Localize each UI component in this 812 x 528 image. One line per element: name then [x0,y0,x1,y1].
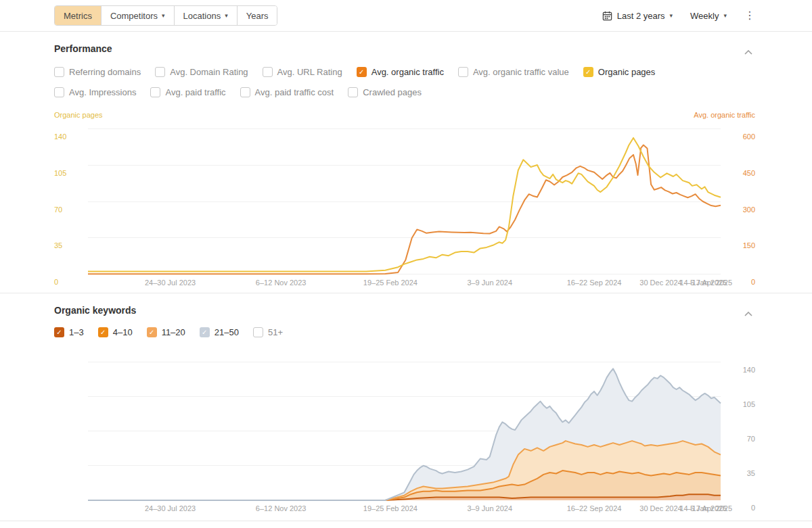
axis-tick-label: 0 [54,278,58,286]
checkbox-checked-icon[interactable]: ✓ [583,67,593,77]
analytics-dashboard: MetricsCompetitors▾Locations▾Years Last … [0,0,812,528]
checkbox-label: 21–50 [215,327,239,337]
checkbox-label: Crawled pages [363,87,422,97]
date-range-selector[interactable]: Last 2 years ▾ [602,11,673,21]
line-avg-organic-traffic [88,145,721,274]
x-axis-tick-label: 19–25 Feb 2024 [363,504,418,512]
checkbox-label: Avg. organic traffic [371,67,444,77]
axis-tick-label: 105 [743,400,755,408]
chevron-down-icon: ▾ [723,12,727,19]
checkbox-label: Avg. Impressions [69,87,136,97]
x-axis-tick-label: 16–22 Sep 2024 [567,279,622,287]
checkbox-label: 51+ [268,327,283,337]
divider [0,521,812,521]
checkbox-label: Organic pages [598,67,656,77]
axis-tick-label: 35 [747,469,755,477]
performance-metric-filters-row2: Avg. ImpressionsAvg. paid trafficAvg. pa… [54,87,422,97]
tab-years[interactable]: Years [237,6,277,25]
checkbox-checked-icon[interactable]: ✓ [200,327,210,337]
axis-tick-label: 35 [54,241,62,249]
left-axis-title: Organic pages [54,111,103,119]
performance-chart[interactable] [88,128,721,274]
x-axis-tick-label: 24–30 Jul 2023 [145,279,196,287]
axis-tick-label: 600 [743,133,755,141]
checkbox-checked-icon[interactable]: ✓ [357,67,367,77]
checkbox-label: Referring domains [69,67,141,77]
axis-tick-label: 450 [743,169,755,177]
checkbox-unchecked-icon[interactable] [348,87,358,97]
organic-keywords-chart[interactable] [88,362,721,500]
checkbox-label: Avg. paid traffic cost [255,87,334,97]
checkbox-checked-icon[interactable]: ✓ [147,327,157,337]
x-axis-tick-label: 3–9 Jun 2024 [467,279,512,287]
metric-toggle-avg-organic-traffic-value[interactable]: Avg. organic traffic value [458,67,569,77]
checkbox-label: Avg. organic traffic value [473,67,569,77]
position-filter-1-3[interactable]: ✓1–3 [54,327,84,337]
checkbox-label: 11–20 [162,327,185,337]
granularity-selector[interactable]: Weekly ▾ [690,11,727,21]
axis-tick-label: 70 [54,206,62,214]
toolbar-right: Last 2 years ▾ Weekly ▾ ⋮ [602,10,755,21]
axis-tick-label: 70 [747,435,755,443]
x-axis-tick-label: 24–30 Jul 2023 [145,504,196,512]
granularity-label: Weekly [690,11,719,21]
axis-tick-label: 140 [743,366,755,374]
checkbox-unchecked-icon[interactable] [150,87,160,97]
date-range-label: Last 2 years [617,11,665,21]
checkbox-checked-icon[interactable]: ✓ [54,327,64,337]
axis-tick-label: 0 [751,278,755,286]
metric-toggle-organic-pages[interactable]: ✓Organic pages [583,67,656,77]
axis-tick-label: 140 [54,133,66,141]
toolbar: MetricsCompetitors▾Locations▾Years Last … [54,5,755,26]
collapse-performance-button[interactable] [744,45,752,57]
checkbox-label: 1–3 [69,327,84,337]
position-filter-4-10[interactable]: ✓4–10 [98,327,133,337]
tab-locations[interactable]: Locations▾ [174,6,237,25]
checkbox-unchecked-icon[interactable] [458,67,468,77]
x-axis-tick-label: 3–9 Jun 2024 [467,504,512,512]
organic-keywords-section-title: Organic keywords [54,305,136,316]
metric-toggle-avg-impressions[interactable]: Avg. Impressions [54,87,136,97]
metric-toggle-avg-organic-traffic[interactable]: ✓Avg. organic traffic [357,67,444,77]
chevron-down-icon: ▾ [162,12,165,19]
axis-tick-label: 150 [743,241,755,249]
metric-toggle-avg-paid-traffic[interactable]: Avg. paid traffic [150,87,225,97]
performance-section-title: Performance [54,43,112,54]
more-options-icon[interactable]: ⋮ [744,10,755,21]
checkbox-label: Avg. paid traffic [165,87,225,97]
keyword-position-filters: ✓1–3✓4–10✓11–20✓21–5051+ [54,327,283,337]
checkbox-unchecked-icon[interactable] [155,67,165,77]
axis-tick-label: 0 [751,504,755,512]
x-axis-tick-label: 14–17 Apr 2025 [679,504,732,512]
divider [0,31,812,32]
view-tabs: MetricsCompetitors▾Locations▾Years [54,5,277,26]
collapse-organic-keywords-button[interactable] [744,307,752,319]
checkbox-label: Avg. Domain Rating [170,67,248,77]
metric-toggle-avg-domain-rating[interactable]: Avg. Domain Rating [155,67,248,77]
divider [0,293,812,293]
checkbox-checked-icon[interactable]: ✓ [98,327,108,337]
checkbox-unchecked-icon[interactable] [240,87,250,97]
metric-toggle-crawled-pages[interactable]: Crawled pages [348,87,422,97]
axis-tick-label: 300 [743,206,755,214]
position-filter-11-20[interactable]: ✓11–20 [147,327,185,337]
checkbox-label: 4–10 [113,327,133,337]
performance-metric-filters-row1: Referring domainsAvg. Domain RatingAvg. … [54,67,655,77]
position-filter-51[interactable]: 51+ [253,327,283,337]
metric-toggle-avg-url-rating[interactable]: Avg. URL Rating [263,67,342,77]
checkbox-unchecked-icon[interactable] [253,327,263,337]
position-filter-21-50[interactable]: ✓21–50 [200,327,239,337]
axis-tick-label: 105 [54,169,66,177]
tab-competitors[interactable]: Competitors▾ [101,6,174,25]
chevron-down-icon: ▾ [670,12,673,19]
metric-toggle-avg-paid-traffic-cost[interactable]: Avg. paid traffic cost [240,87,334,97]
chevron-down-icon: ▾ [225,12,228,19]
tab-metrics[interactable]: Metrics [55,6,101,25]
metric-toggle-referring-domains[interactable]: Referring domains [54,67,141,77]
checkbox-unchecked-icon[interactable] [54,87,64,97]
x-axis-tick-label: 16–22 Sep 2024 [567,504,622,512]
calendar-icon [602,11,612,21]
checkbox-unchecked-icon[interactable] [54,67,64,77]
x-axis-tick-label: 6–12 Nov 2023 [256,504,307,512]
checkbox-unchecked-icon[interactable] [263,67,273,77]
